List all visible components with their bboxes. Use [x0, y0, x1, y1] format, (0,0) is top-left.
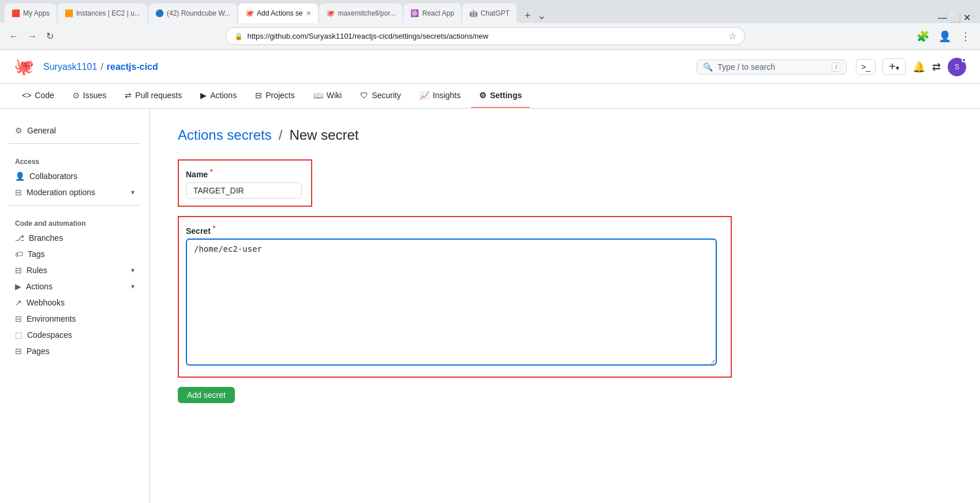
github-logo[interactable]: 🐙 [14, 57, 34, 76]
sidebar-divider-1 [9, 143, 140, 144]
sidebar-item-environments[interactable]: ⊟ Environments [9, 311, 140, 327]
nav-item-settings[interactable]: ⚙ Settings [471, 84, 530, 108]
general-icon: ⚙ [15, 126, 23, 135]
actions-sidebar-icon: ▶ [15, 282, 21, 291]
sidebar-item-general[interactable]: ⚙ General [9, 122, 140, 139]
search-kbd: / [832, 62, 840, 72]
browser-close-button[interactable]: ✕ [963, 12, 971, 23]
back-button[interactable]: ← [7, 29, 21, 44]
name-label: Name * [186, 167, 302, 179]
sidebar-item-collaborators[interactable]: 👤 Collaborators [9, 168, 140, 184]
more-options-button[interactable]: ⋮ [958, 28, 973, 45]
nav-label-projects: Projects [265, 91, 295, 100]
minimize-button[interactable]: — [938, 13, 947, 23]
extensions-button[interactable]: 🧩 [914, 28, 932, 45]
forward-button[interactable]: → [25, 29, 39, 44]
tab-chatgpt[interactable]: 🤖 ChatGPT [462, 3, 517, 23]
sidebar-label-pages: Pages [27, 346, 50, 356]
branches-icon: ⎇ [15, 233, 24, 243]
avatar-initials: S [955, 63, 959, 71]
sidebar-item-moderation[interactable]: ⊟ Moderation options ▾ [9, 184, 140, 200]
maximize-button[interactable]: ⬜ [949, 12, 961, 23]
tab-label-instances: Instances | EC2 | u... [76, 9, 140, 17]
sidebar-item-webhooks[interactable]: ↗ Webhooks [9, 295, 140, 311]
nav-item-issues[interactable]: ⊙ Issues [65, 84, 114, 108]
sidebar-item-tags[interactable]: 🏷 Tags [9, 246, 140, 262]
nav-label-pull-requests: Pull requests [135, 91, 182, 100]
sidebar-item-actions[interactable]: ▶ Actions ▾ [9, 278, 140, 295]
url-bar[interactable]: 🔒 https://github.com/Suryask1101/reactjs… [226, 27, 745, 45]
name-form-group: Name * [186, 167, 302, 199]
nav-item-actions[interactable]: ▶ Actions [192, 84, 245, 108]
new-tab-icon[interactable]: + [522, 9, 533, 23]
notification-dot [962, 58, 966, 62]
search-bar[interactable]: 🔍 Type / to search / [697, 59, 847, 74]
nav-item-wiki[interactable]: 📖 Wiki [305, 84, 350, 108]
sidebar-item-rules[interactable]: ⊟ Rules ▾ [9, 262, 140, 278]
tab-react-app[interactable]: ⚛️ React App [403, 3, 461, 23]
nav-item-security[interactable]: 🛡 Security [352, 84, 409, 108]
github-username[interactable]: Suryask1101 [43, 62, 97, 72]
nav-item-pull-requests[interactable]: ⇄ Pull requests [117, 84, 190, 108]
repo-nav: <> Code ⊙ Issues ⇄ Pull requests ▶ Actio… [0, 84, 980, 109]
add-secret-button[interactable]: Add secret [178, 387, 235, 403]
secret-label: Secret * [186, 224, 721, 236]
search-placeholder: Type / to search [717, 62, 827, 72]
breadcrumb-link[interactable]: Actions secrets [178, 127, 272, 143]
tab-dropdown-icon[interactable]: ⌄ [535, 8, 548, 23]
sidebar-label-rules: Rules [27, 266, 47, 275]
notification-button[interactable]: 🔔 [912, 61, 925, 73]
close-icon[interactable]: ✕ [306, 10, 311, 17]
avatar[interactable]: S [948, 58, 966, 76]
nav-label-issues: Issues [83, 91, 106, 100]
tab-label-maxemitchell: maxemitchell/por... [338, 9, 395, 17]
nav-item-projects[interactable]: ⊟ Projects [247, 84, 303, 108]
secret-textarea[interactable] [186, 239, 717, 366]
breadcrumb-sep: / [279, 127, 283, 143]
security-lock-icon: 🔒 [234, 32, 243, 40]
nav-item-code[interactable]: <> Code [14, 84, 62, 108]
chevron-down-icon: ▾ [131, 266, 134, 274]
sidebar-section-access: Access [9, 148, 140, 168]
collaborators-icon: 👤 [15, 172, 25, 181]
tab-my-apps[interactable]: 🟥 My Apps [5, 3, 57, 23]
toolbar-right: 🧩 👤 ⋮ [914, 28, 973, 45]
sidebar-item-codespaces[interactable]: ⬚ Codespaces [9, 327, 140, 343]
tab-favicon-add-actions: 🐙 [245, 9, 253, 17]
nav-item-insights[interactable]: 📈 Insights [412, 84, 469, 108]
wiki-icon: 📖 [313, 91, 323, 100]
sidebar-item-branches[interactable]: ⎇ Branches [9, 230, 140, 246]
webhooks-icon: ↗ [15, 298, 22, 307]
profile-button[interactable]: 👤 [936, 28, 953, 45]
codespaces-icon: ⬚ [15, 330, 23, 340]
sidebar-label-actions: Actions [26, 282, 53, 291]
chevron-down-icon: ▾ [131, 282, 134, 290]
rules-icon: ⊟ [15, 266, 22, 275]
tab-add-actions[interactable]: 🐙 Add Actions se ✕ [238, 3, 318, 23]
content-area: Actions secrets / New secret Name * Secr… [150, 109, 980, 503]
tab-maxemitchell[interactable]: 🐙 maxemitchell/por... [319, 3, 402, 23]
secret-form-group: Secret * [186, 224, 721, 368]
settings-icon: ⚙ [479, 91, 487, 100]
tab-favicon-roundcube: 🔵 [155, 9, 163, 17]
sidebar: ⚙ General Access 👤 Collaborators ⊟ Moder… [0, 109, 150, 503]
new-item-button[interactable]: +▾ [882, 58, 906, 75]
issues-icon: ⊙ [73, 91, 80, 100]
bookmark-icon[interactable]: ☆ [728, 31, 736, 42]
pull-request-icon-btn[interactable]: ⇄ [932, 61, 941, 73]
github-repo-name[interactable]: reactjs-cicd [107, 62, 158, 72]
add-secret-button-container: Add secret [178, 387, 952, 403]
tab-roundcube[interactable]: 🔵 (42) Roundcube W... [148, 3, 237, 23]
sidebar-item-pages[interactable]: ⊟ Pages [9, 343, 140, 359]
nav-label-code: Code [35, 91, 54, 100]
actions-icon: ▶ [200, 91, 207, 100]
secret-required-marker: * [213, 224, 216, 232]
reload-button[interactable]: ↻ [44, 28, 56, 44]
name-input[interactable] [186, 182, 302, 199]
sidebar-section-code-automation: Code and automation [9, 210, 140, 230]
sidebar-label-general: General [27, 126, 56, 135]
tab-instances[interactable]: 🟧 Instances | EC2 | u... [58, 3, 147, 23]
sidebar-label-collaborators: Collaborators [29, 172, 77, 181]
insights-icon: 📈 [420, 91, 429, 100]
terminal-button[interactable]: >_ [856, 59, 876, 75]
